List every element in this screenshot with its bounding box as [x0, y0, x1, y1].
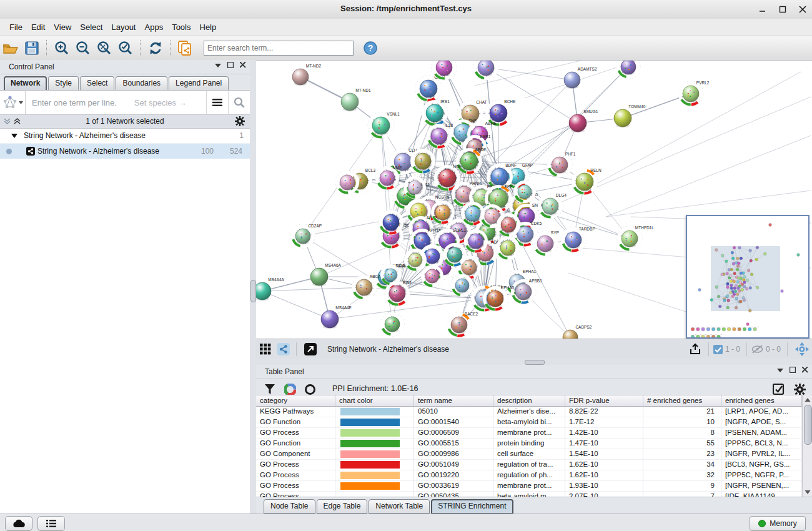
table-row[interactable]: GO ComponentGO:0009986cell surface1.54E-…	[256, 449, 802, 460]
memory-button[interactable]: Memory	[750, 516, 806, 531]
grid-view-button[interactable]	[256, 339, 275, 359]
table-row[interactable]: GO FunctionGO:0005515protein binding1.47…	[256, 439, 802, 449]
tab-string-enrichment[interactable]: STRING Enrichment	[431, 499, 513, 514]
network-node-phf1[interactable]: PHF1	[547, 152, 576, 177]
tab-boundaries[interactable]: Boundaries	[116, 76, 167, 90]
tab-select[interactable]: Select	[80, 76, 114, 90]
network-row-selected[interactable]: String Network - Alzheimer's disease 100…	[0, 143, 250, 159]
menu-edit[interactable]: Edit	[27, 21, 49, 34]
search-input[interactable]	[204, 41, 354, 56]
string-options-button[interactable]	[206, 91, 228, 114]
network-node-vsnl1[interactable]: VSNL1	[368, 112, 400, 139]
tree-expand-icon[interactable]	[11, 133, 17, 138]
splitter-handle[interactable]	[525, 360, 545, 365]
table-row[interactable]: GO ProcessGO:0051049regulation of tra...…	[256, 460, 802, 470]
table-row[interactable]: GO ProcessGO:0050435beta-amyloid m...2.0…	[256, 492, 802, 497]
tab-legend-panel[interactable]: Legend Panel	[169, 76, 229, 90]
refresh-button[interactable]	[145, 38, 166, 58]
network-node-tardbp[interactable]: TARDBP	[561, 227, 595, 252]
network-node-cadps2[interactable]: CADPS2	[563, 325, 592, 339]
tab-network-table[interactable]: Network Table	[369, 499, 430, 514]
help-button[interactable]: ?	[360, 38, 381, 58]
network-node[interactable]	[616, 60, 640, 79]
splitter-handle[interactable]	[250, 280, 256, 302]
string-query-placeholder[interactable]: Enter one term per line.	[32, 98, 117, 107]
string-view-button[interactable]	[275, 339, 292, 359]
network-node[interactable]	[380, 312, 404, 336]
table-scrollbar[interactable]	[802, 395, 812, 497]
network-node-mt-nd2[interactable]: MT-ND2	[292, 64, 321, 86]
network-node[interactable]	[473, 60, 498, 80]
panel-float-icon[interactable]	[227, 62, 234, 68]
maximize-icon[interactable]	[778, 5, 787, 14]
network-node[interactable]	[443, 243, 467, 267]
menu-apps[interactable]: Apps	[141, 21, 168, 34]
zoom-selected-button[interactable]	[115, 38, 136, 58]
save-session-button[interactable]	[21, 38, 42, 58]
panel-float-icon[interactable]	[790, 367, 796, 373]
network-node-apbb1[interactable]: APBB1	[511, 279, 542, 304]
horizontal-splitter[interactable]	[256, 359, 812, 365]
table-row[interactable]: GO FunctionGO:0001540beta-amyloid bi...1…	[256, 417, 802, 428]
string-search-button[interactable]	[228, 91, 250, 114]
network-node-adamts2[interactable]: ADAMTS2	[564, 67, 597, 89]
network-node[interactable]	[379, 210, 404, 235]
gear-icon[interactable]	[235, 116, 245, 126]
column-header-enriched-genes[interactable]: # enriched genes	[643, 395, 721, 407]
network-node-epha5[interactable]: EPHA5	[483, 285, 515, 311]
table-row[interactable]: GO ProcessGO:0033619membrane prot...1.93…	[256, 481, 802, 492]
table-row[interactable]: GO ProcessGO:0019220regulation of ph...1…	[256, 470, 802, 481]
zoom-fit-button[interactable]	[94, 38, 115, 58]
network-node-dlg4[interactable]: DLG4	[538, 193, 567, 219]
network-node-reln[interactable]: RELN	[572, 168, 602, 195]
panel-menu-icon[interactable]	[215, 62, 221, 67]
panel-menu-icon[interactable]	[777, 367, 783, 372]
detach-view-button[interactable]	[301, 339, 320, 359]
network-node-ms4a4a[interactable]: MS4A4A	[256, 277, 285, 300]
scrollbar-thumb[interactable]	[804, 405, 812, 445]
export-view-button[interactable]	[686, 339, 705, 359]
tab-style[interactable]: Style	[48, 76, 79, 90]
cloud-button[interactable]	[5, 516, 32, 531]
column-header-term-name[interactable]: term name	[414, 395, 493, 407]
table-row[interactable]: GO ProcessGO:0006509membrane prot...1.42…	[256, 428, 802, 439]
zoom-in-button[interactable]	[51, 38, 72, 58]
network-node-pvrl2[interactable]: PVRL2	[678, 81, 710, 106]
network-node-tomm40[interactable]: TOMM40	[614, 104, 646, 127]
panel-close-icon[interactable]	[240, 62, 246, 68]
column-header-description[interactable]: description	[493, 395, 565, 407]
tab-node-table[interactable]: Node Table	[264, 499, 315, 514]
network-node-cd2ap[interactable]: CD2AP	[291, 224, 322, 248]
network-node-mthfd1l[interactable]: MTHFD1L	[617, 226, 654, 251]
tab-edge-table[interactable]: Edge Table	[317, 499, 368, 514]
open-session-button[interactable]	[0, 38, 21, 58]
panel-close-icon[interactable]	[802, 367, 808, 373]
export-network-button[interactable]	[175, 38, 196, 58]
species-hint[interactable]: Set species →	[134, 98, 206, 107]
network-node-irs1[interactable]: IRS1	[422, 99, 450, 126]
birds-eye-view[interactable]	[686, 215, 810, 339]
string-protein-query-selector[interactable]	[0, 91, 26, 114]
network-node[interactable]	[451, 274, 473, 297]
table-row[interactable]: KEGG Pathways05010Alzheimer's dise...8.8…	[256, 407, 802, 417]
menu-select[interactable]: Select	[76, 21, 107, 34]
column-header-chart-color[interactable]: chart color	[335, 395, 414, 407]
menu-view[interactable]: View	[49, 21, 76, 34]
network-node-ms4a4e[interactable]: MS4A4E	[321, 305, 352, 329]
network-node-mt-nd1[interactable]: MT-ND1	[341, 88, 371, 111]
navigator-toggle-button[interactable]	[792, 339, 812, 359]
task-history-button[interactable]	[37, 516, 65, 531]
zoom-out-button[interactable]	[72, 38, 94, 58]
minimize-icon[interactable]	[758, 5, 767, 14]
column-header-category[interactable]: category	[256, 395, 335, 407]
close-icon[interactable]	[798, 5, 807, 14]
column-header-fdr-p-value[interactable]: FDR p-value	[565, 395, 643, 407]
menu-tools[interactable]: Tools	[167, 21, 195, 34]
menu-file[interactable]: File	[5, 21, 27, 34]
network-node-abca7[interactable]: ABCA7	[352, 274, 384, 300]
tab-network[interactable]: Network	[4, 76, 47, 90]
column-header-enriched-genes[interactable]: enriched genes	[721, 395, 802, 407]
network-node-bace2[interactable]: BACE2	[447, 312, 478, 337]
network-collection-row[interactable]: String Network - Alzheimer's disease 1	[0, 129, 250, 143]
menu-layout[interactable]: Layout	[107, 21, 140, 34]
